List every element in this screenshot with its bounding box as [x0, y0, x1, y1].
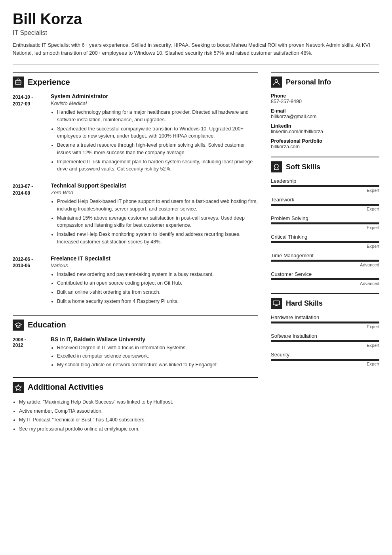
skill-level-problem-solving: Expert [271, 225, 379, 230]
activities-section-header: Additional Activities [13, 377, 258, 393]
header-section: Bill Korza IT Specialist Enthusiastic IT… [0, 0, 392, 64]
left-column: Experience 2014-10 - 2017-09 System Admi… [13, 65, 258, 545]
activity-item: Active member, CompTIA association. [19, 408, 258, 415]
skill-fill-time-management [271, 260, 358, 262]
skill-name-software: Software Installation [271, 333, 379, 339]
activity-item: See my professional portfolio online at … [19, 425, 258, 433]
exp-bullet: Maintained 15% above average customer sa… [57, 214, 258, 230]
education-icon [13, 320, 24, 331]
personal-info-header: Personal Info [271, 72, 379, 88]
email-item: E-mail billkorza@gmail.com [271, 108, 379, 119]
activities-list: My article, "Maximizing Help Desk Succes… [13, 398, 258, 433]
skill-hardware: Hardware Installation Expert [271, 314, 379, 329]
exp-bullets-2: Provided Help Desk-based IT phone suppor… [51, 198, 258, 246]
edu-bullet: My school blog article on network archit… [57, 361, 218, 369]
hard-skills-icon [271, 298, 282, 309]
skill-bar-software [271, 340, 379, 342]
main-columns: Experience 2014-10 - 2017-09 System Admi… [0, 65, 392, 555]
svg-marker-2 [15, 385, 21, 390]
exp-bullet: Implemented IT risk management plan to h… [57, 158, 258, 173]
exp-date-3: 2012-06 - 2013-06 [13, 255, 44, 307]
edu-date-1: 2008 - 2012 [13, 336, 44, 370]
phone-item: Phone 857-257-8490 [271, 93, 379, 104]
skill-bar-leadership [271, 185, 379, 187]
skill-bar-time-management [271, 260, 379, 262]
skill-fill-customer-service [271, 278, 358, 280]
linkedin-label: LinkedIn [271, 123, 379, 129]
exp-bullet: Built an online t-shirt ordering site fr… [57, 289, 258, 296]
exp-content-3: Freelance IT Specialist Various Installe… [51, 255, 258, 307]
skill-fill-hardware [271, 322, 379, 323]
skill-name-hardware: Hardware Installation [271, 314, 379, 320]
skill-fill-leadership [271, 185, 379, 187]
svg-rect-0 [15, 80, 21, 84]
exp-bullet: Built a home security system from 4 Rasp… [57, 298, 258, 305]
exp-company-3: Various [51, 262, 258, 268]
skill-name-critical-thinking: Critical Thinking [271, 234, 379, 240]
skill-bar-critical-thinking [271, 241, 379, 243]
skill-level-teamwork: Expert [271, 207, 379, 211]
exp-title-1: System Administrator [51, 93, 258, 100]
skill-bar-customer-service [271, 278, 379, 280]
skill-leadership: Leadership Expert [271, 178, 379, 193]
edu-bullet: Excelled in computer science coursework. [57, 352, 218, 360]
skill-security: Security Expert [271, 352, 379, 366]
svg-rect-4 [273, 301, 280, 305]
exp-date-2: 2013-07 - 2014-08 [13, 182, 44, 247]
skill-fill-teamwork [271, 204, 379, 206]
skill-bar-hardware [271, 322, 379, 323]
email-value: billkorza@gmail.com [271, 114, 379, 119]
exp-entry-2: 2013-07 - 2014-08 Technical Support Spec… [13, 182, 258, 247]
skill-level-customer-service: Advanced [271, 281, 379, 286]
candidate-name: Bill Korza [13, 11, 379, 28]
exp-content-2: Technical Support Specialist Zero Web Pr… [51, 182, 258, 247]
exp-bullets-3: Installed new ordering and payment-takin… [51, 271, 258, 305]
skill-level-security: Expert [271, 362, 379, 366]
portfolio-label: Professional Portfolio [271, 138, 379, 144]
skill-critical-thinking: Critical Thinking Expert [271, 234, 379, 249]
exp-entry-1: 2014-10 - 2017-09 System Administrator K… [13, 93, 258, 174]
hard-skills-header: Hard Skills [271, 293, 379, 309]
activity-item: My IT Podcast "Technical or Bust," has 1… [19, 416, 258, 424]
skill-level-time-management: Advanced [271, 262, 379, 267]
skill-customer-service: Customer Service Advanced [271, 271, 379, 286]
edu-bullets-1: Received Degree in IT with a focus in In… [51, 344, 218, 369]
exp-bullet: Handled technology planning for a major … [57, 109, 258, 124]
resume: Bill Korza IT Specialist Enthusiastic IT… [0, 0, 392, 555]
skill-fill-problem-solving [271, 222, 379, 224]
exp-entry-3: 2012-06 - 2013-06 Freelance IT Specialis… [13, 255, 258, 307]
education-section-header: Education [13, 315, 258, 331]
skill-time-management: Time Management Advanced [271, 253, 379, 267]
skill-level-leadership: Expert [271, 188, 379, 193]
soft-skills-heading: Soft Skills [286, 163, 320, 171]
summary-text: Enthusiastic IT Specialist with 6+ years… [13, 41, 379, 57]
skill-fill-software [271, 340, 379, 342]
edu-entry-1: 2008 - 2012 BS in IT, Baldwin Wallace Un… [13, 336, 258, 370]
linkedin-item: LinkedIn linkedin.com/in/billkorza [271, 123, 379, 134]
exp-company-1: Kovisto Medical [51, 100, 258, 106]
skill-software: Software Installation Expert [271, 333, 379, 348]
svg-point-3 [275, 80, 278, 82]
skill-fill-security [271, 359, 379, 361]
activity-item: My article, "Maximizing Help Desk Succes… [19, 398, 258, 406]
experience-icon [13, 77, 24, 88]
edu-bullet: Received Degree in IT with a focus in In… [57, 344, 218, 352]
hard-skills-heading: Hard Skills [286, 299, 323, 308]
right-column: Personal Info Phone 857-257-8490 E-mail … [271, 65, 379, 545]
exp-bullet: Contributed to an open source coding pro… [57, 279, 258, 287]
phone-label: Phone [271, 93, 379, 99]
experience-section-header: Experience [13, 72, 258, 88]
skill-name-teamwork: Teamwork [271, 197, 379, 203]
education-heading: Education [28, 320, 66, 329]
exp-title-2: Technical Support Specialist [51, 182, 258, 189]
exp-date-1: 2014-10 - 2017-09 [13, 93, 44, 174]
portfolio-value: billkorza.com [271, 144, 379, 149]
skill-problem-solving: Problem Solving Expert [271, 215, 379, 230]
soft-skills-icon [271, 161, 282, 172]
skill-name-time-management: Time Management [271, 253, 379, 258]
portfolio-item: Professional Portfolio billkorza.com [271, 138, 379, 149]
exp-company-2: Zero Web [51, 189, 258, 195]
skill-level-hardware: Expert [271, 324, 379, 329]
exp-bullet: Installed new ordering and payment-takin… [57, 271, 258, 278]
phone-value: 857-257-8490 [271, 99, 379, 104]
